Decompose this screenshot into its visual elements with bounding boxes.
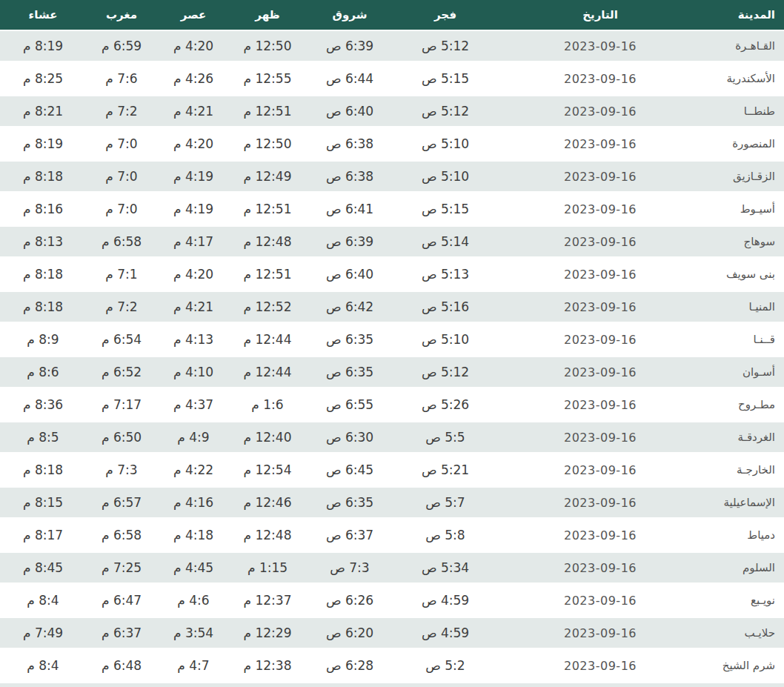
cell-shuruq: 6:38 ص bbox=[305, 127, 394, 160]
table-row: القـاهـرة2023-09-165:12 ص6:39 ص12:50 م4:… bbox=[0, 30, 784, 62]
cell-empty bbox=[305, 682, 394, 687]
cell-zuhr: 12:51 م bbox=[230, 258, 305, 291]
cell-maghrib: 7:25 م bbox=[86, 551, 157, 584]
cell-city: طنطــا bbox=[652, 95, 784, 127]
cell-fajr: 5:10 ص bbox=[394, 127, 496, 160]
cell-zuhr: 12:50 م bbox=[230, 127, 305, 160]
table-row: سوهاج2023-09-165:14 ص6:39 ص12:48 م4:17 م… bbox=[0, 225, 784, 258]
cell-shuruq: 6:40 ص bbox=[305, 95, 394, 127]
cell-shuruq: 6:38 ص bbox=[305, 160, 394, 193]
cell-zuhr: 12:46 م bbox=[230, 486, 305, 519]
cell-empty bbox=[86, 682, 157, 687]
cell-date: 2023-09-16 bbox=[496, 617, 652, 649]
cell-city: نويـبع bbox=[652, 584, 784, 617]
cell-asr: 4:17 م bbox=[157, 225, 230, 258]
cell-zuhr: 12:48 م bbox=[230, 519, 305, 551]
cell-city: شرم الشيخ bbox=[652, 649, 784, 682]
cell-zuhr: 12:48 م bbox=[230, 225, 305, 258]
cell-maghrib: 7:2 م bbox=[86, 95, 157, 127]
header-row: المدينةالتاريخفجرشروقظهرعصرمغربعشاء bbox=[0, 0, 784, 30]
cell-empty bbox=[394, 682, 496, 687]
cell-fajr: 5:12 ص bbox=[394, 30, 496, 62]
cell-fajr: 5:10 ص bbox=[394, 323, 496, 356]
cell-zuhr: 12:51 م bbox=[230, 95, 305, 127]
cell-asr: 4:16 م bbox=[157, 486, 230, 519]
cell-isha: 8:9 م bbox=[0, 323, 86, 356]
cell-fajr: 5:12 ص bbox=[394, 95, 496, 127]
cell-isha: 8:5 م bbox=[0, 421, 86, 454]
cell-maghrib: 7:17 م bbox=[86, 388, 157, 421]
cell-fajr: 5:15 ص bbox=[394, 193, 496, 225]
cell-maghrib: 6:58 م bbox=[86, 225, 157, 258]
cell-asr: 4:10 م bbox=[157, 356, 230, 388]
cell-maghrib: 7:0 م bbox=[86, 127, 157, 160]
cell-date: 2023-09-16 bbox=[496, 160, 652, 193]
cell-isha: 8:4 م bbox=[0, 649, 86, 682]
cell-date: 2023-09-16 bbox=[496, 584, 652, 617]
cell-shuruq: 6:35 ص bbox=[305, 323, 394, 356]
cell-shuruq: 6:35 ص bbox=[305, 486, 394, 519]
cell-zuhr: 1:6 م bbox=[230, 388, 305, 421]
cell-date: 2023-09-16 bbox=[496, 291, 652, 323]
column-header-zuhr: ظهر bbox=[230, 0, 305, 30]
cell-fajr: 5:21 ص bbox=[394, 454, 496, 486]
column-header-isha: عشاء bbox=[0, 0, 86, 30]
cell-date: 2023-09-16 bbox=[496, 519, 652, 551]
cell-city: قــنـا bbox=[652, 323, 784, 356]
cell-isha: 7:49 م bbox=[0, 617, 86, 649]
cell-empty bbox=[652, 682, 784, 687]
cell-date: 2023-09-16 bbox=[496, 225, 652, 258]
cell-asr: 4:20 م bbox=[157, 30, 230, 62]
cell-date: 2023-09-16 bbox=[496, 62, 652, 95]
cell-date: 2023-09-16 bbox=[496, 127, 652, 160]
cell-city: الإسماعيلية bbox=[652, 486, 784, 519]
cell-city: مطـروح bbox=[652, 388, 784, 421]
cell-shuruq: 7:3 ص bbox=[305, 551, 394, 584]
cell-date: 2023-09-16 bbox=[496, 454, 652, 486]
cell-zuhr: 12:40 م bbox=[230, 421, 305, 454]
cell-city: الأسكندرية bbox=[652, 62, 784, 95]
table-row: بنى سويف2023-09-165:13 ص6:40 ص12:51 م4:2… bbox=[0, 258, 784, 291]
cell-zuhr: 12:37 م bbox=[230, 584, 305, 617]
cell-shuruq: 6:45 ص bbox=[305, 454, 394, 486]
column-header-maghrib: مغرب bbox=[86, 0, 157, 30]
cell-maghrib: 6:47 م bbox=[86, 584, 157, 617]
cell-maghrib: 6:50 م bbox=[86, 421, 157, 454]
cell-asr: 4:20 م bbox=[157, 127, 230, 160]
cell-fajr: 5:8 ص bbox=[394, 519, 496, 551]
table-row: نويـبع2023-09-164:59 ص6:26 ص12:37 م4:6 م… bbox=[0, 584, 784, 617]
cell-fajr: 5:16 ص bbox=[394, 291, 496, 323]
cell-maghrib: 6:54 م bbox=[86, 323, 157, 356]
table-row: الخارجـة2023-09-165:21 ص6:45 ص12:54 م4:2… bbox=[0, 454, 784, 486]
table-row: طنطــا2023-09-165:12 ص6:40 ص12:51 م4:21 … bbox=[0, 95, 784, 127]
cell-city: سوهاج bbox=[652, 225, 784, 258]
cell-isha: 8:21 م bbox=[0, 95, 86, 127]
table-row: المنصورة2023-09-165:10 ص6:38 ص12:50 م4:2… bbox=[0, 127, 784, 160]
cell-maghrib: 6:59 م bbox=[86, 30, 157, 62]
table-row: مطـروح2023-09-165:26 ص6:55 ص1:6 م4:37 م7… bbox=[0, 388, 784, 421]
cell-date: 2023-09-16 bbox=[496, 486, 652, 519]
cell-shuruq: 6:35 ص bbox=[305, 356, 394, 388]
cell-asr: 4:21 م bbox=[157, 291, 230, 323]
cell-isha: 8:36 م bbox=[0, 388, 86, 421]
cell-fajr: 5:7 ص bbox=[394, 486, 496, 519]
cell-city: الخارجـة bbox=[652, 454, 784, 486]
column-header-fajr: فجر bbox=[394, 0, 496, 30]
cell-asr: 4:26 م bbox=[157, 62, 230, 95]
cell-fajr: 5:15 ص bbox=[394, 62, 496, 95]
cell-city: المنيـا bbox=[652, 291, 784, 323]
column-header-asr: عصر bbox=[157, 0, 230, 30]
cell-isha: 8:4 م bbox=[0, 584, 86, 617]
column-header-shuruq: شروق bbox=[305, 0, 394, 30]
cell-zuhr: 12:44 م bbox=[230, 323, 305, 356]
cell-maghrib: 6:37 م bbox=[86, 617, 157, 649]
cell-shuruq: 6:30 ص bbox=[305, 421, 394, 454]
cell-city: الغردقـة bbox=[652, 421, 784, 454]
cell-isha: 8:15 م bbox=[0, 486, 86, 519]
cell-isha: 8:6 م bbox=[0, 356, 86, 388]
cell-zuhr: 12:52 م bbox=[230, 291, 305, 323]
cell-zuhr: 12:51 م bbox=[230, 193, 305, 225]
cell-fajr: 5:2 ص bbox=[394, 649, 496, 682]
cell-fajr: 5:5 ص bbox=[394, 421, 496, 454]
cell-maghrib: 6:52 م bbox=[86, 356, 157, 388]
